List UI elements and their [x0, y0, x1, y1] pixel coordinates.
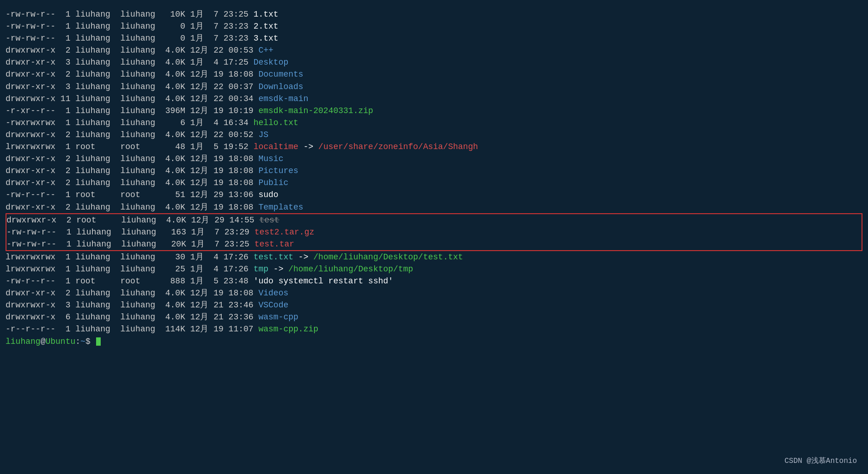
file-name: emsdk-main-20240331.zip	[258, 105, 373, 117]
file-name: test	[259, 214, 279, 226]
list-item: drwxrwxr-x 6 liuhang liuhang 4.0K 12月 21…	[6, 311, 862, 323]
file-name: Templates	[258, 201, 303, 213]
list-item: -rw-r--r-- 1 root root 888 1月 5 23:48 'u…	[6, 275, 862, 287]
prompt-line: liuhang@Ubuntu:~$	[6, 336, 862, 348]
list-item: drwxrwxr-x 2 root liuhang 4.0K 12月 29 14…	[6, 214, 862, 226]
list-item: -rwxrwxrwx 1 liuhang liuhang 6 1月 4 16:3…	[6, 117, 862, 129]
list-item: drwxrwxr-x 2 liuhang liuhang 4.0K 12月 22…	[6, 44, 862, 56]
list-item: lrwxrwxrwx 1 root root 48 1月 5 19:52 loc…	[6, 141, 862, 153]
list-item: drwxrwxr-x 11 liuhang liuhang 4.0K 12月 2…	[6, 93, 862, 105]
file-name: test.txt	[254, 251, 293, 263]
file-name: Music	[258, 153, 283, 165]
file-name: Public	[258, 177, 288, 189]
list-item: -r-xr--r-- 1 liuhang liuhang 396M 12月 19…	[6, 105, 862, 117]
file-name: Pictures	[258, 165, 298, 177]
list-item: lrwxrwxrwx 1 liuhang liuhang 25 1月 4 17:…	[6, 263, 862, 275]
list-item: -rw-rw-r-- 1 liuhang liuhang 0 1月 7 23:2…	[6, 32, 862, 44]
file-name: 3.txt	[254, 32, 279, 44]
list-item: drwxr-xr-x 2 liuhang liuhang 4.0K 12月 19…	[6, 177, 862, 189]
list-item: drwxrwxr-x 2 liuhang liuhang 4.0K 12月 22…	[6, 129, 862, 141]
file-name: test.tar	[255, 238, 294, 250]
file-name: VSCode	[258, 299, 288, 311]
file-name: 'udo systemctl restart sshd'	[254, 275, 393, 287]
list-item: -rw-rw-r-- 1 liuhang liuhang 10K 1月 7 23…	[6, 8, 862, 20]
file-name: sudo	[258, 189, 278, 201]
link-target: /user/share/zoneinfo/Asia/Shangh	[318, 141, 478, 153]
file-name: 2.txt	[254, 20, 279, 32]
file-name: C++	[258, 44, 273, 56]
watermark: CSDN @浅慕Antonio	[784, 456, 857, 466]
file-name: Desktop	[254, 56, 289, 68]
list-item: drwxr-xr-x 2 liuhang liuhang 4.0K 12月 19…	[6, 201, 862, 213]
file-name: Downloads	[258, 81, 303, 93]
list-item: drwxr-xr-x 2 liuhang liuhang 4.0K 12月 19…	[6, 287, 862, 299]
file-name: wasm-cpp	[258, 311, 298, 323]
file-name: hello.txt	[254, 117, 298, 129]
link-target: /home/liuhang/Desktop/test.txt	[313, 251, 463, 263]
file-name: localtime	[254, 141, 298, 153]
list-item: -r--r--r-- 1 liuhang liuhang 114K 12月 19…	[6, 323, 862, 335]
list-item: drwxr-xr-x 2 liuhang liuhang 4.0K 12月 19…	[6, 68, 862, 80]
cursor	[96, 337, 101, 346]
file-name: Videos	[258, 287, 288, 299]
highlight-block: drwxrwxr-x 2 root liuhang 4.0K 12月 29 14…	[6, 213, 862, 251]
file-name: test2.tar.gz	[255, 226, 315, 238]
list-item: -rw-rw-r-- 1 liuhang liuhang 20K 1月 7 23…	[6, 238, 862, 250]
list-item: -rw-rw-r-- 1 liuhang liuhang 163 1月 7 23…	[6, 226, 862, 238]
file-name: JS	[258, 129, 268, 141]
file-name: wasm-cpp.zip	[258, 323, 318, 335]
list-item: drwxrwxr-x 3 liuhang liuhang 4.0K 12月 21…	[6, 299, 862, 311]
file-name: Documents	[258, 68, 303, 80]
list-item: -rw-r--r-- 1 root root 51 12月 29 13:06 s…	[6, 189, 862, 201]
list-item: drwxr-xr-x 3 liuhang liuhang 4.0K 1月 4 1…	[6, 56, 862, 68]
list-item: -rw-rw-r-- 1 liuhang liuhang 0 1月 7 23:2…	[6, 20, 862, 32]
file-name: 1.txt	[254, 8, 279, 20]
list-item: drwxr-xr-x 3 liuhang liuhang 4.0K 12月 22…	[6, 81, 862, 93]
terminal: -rw-rw-r-- 1 liuhang liuhang 10K 1月 7 23…	[0, 5, 868, 351]
file-name: emsdk-main	[258, 93, 308, 105]
file-name: tmp	[254, 263, 268, 275]
list-item: drwxr-xr-x 2 liuhang liuhang 4.0K 12月 19…	[6, 153, 862, 165]
list-item: lrwxrwxrwx 1 liuhang liuhang 30 1月 4 17:…	[6, 251, 862, 263]
list-item: drwxr-xr-x 2 liuhang liuhang 4.0K 12月 19…	[6, 165, 862, 177]
link-target: /home/liuhang/Desktop/tmp	[288, 263, 413, 275]
